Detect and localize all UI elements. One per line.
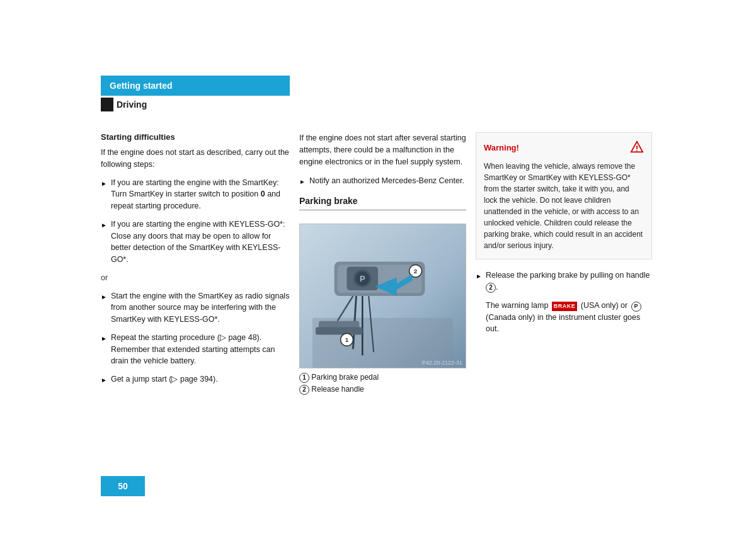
canada-badge: P xyxy=(631,302,641,312)
list-item-text: Get a jump start (▷ page 394). xyxy=(111,373,218,385)
warning-title: Warning! xyxy=(484,143,519,152)
arrow-icon: ► xyxy=(101,375,107,385)
arrow-icon: ► xyxy=(101,334,107,343)
left-column: Starting difficulties If the engine does… xyxy=(101,132,290,392)
svg-rect-15 xyxy=(316,327,362,335)
page-number: 50 xyxy=(118,481,128,491)
svg-text:1: 1 xyxy=(345,336,349,343)
caption-1-text: Parking brake pedal xyxy=(311,373,379,382)
image-captions: 1 Parking brake pedal 2 Release handle xyxy=(299,372,466,395)
circle-2: 2 xyxy=(299,385,309,395)
list-item-text: If you are starting the engine with KEYL… xyxy=(111,219,290,266)
header-bar: Getting started xyxy=(101,76,290,96)
parking-brake-title: Parking brake xyxy=(299,196,466,210)
arrow-icon: ► xyxy=(299,177,306,186)
svg-text:P42.20-2122-31: P42.20-2122-31 xyxy=(422,360,462,366)
caption-2-text: Release handle xyxy=(311,385,364,394)
instruction-1: ► Release the parking brake by pulling o… xyxy=(476,270,652,293)
right-bullet-list: ► Release the parking brake by pulling o… xyxy=(476,270,652,293)
parking-brake-image: P 2 1 P42.20-2122-31 xyxy=(299,224,466,368)
list-item: ► Notify an authorized Mercedes-Benz Cen… xyxy=(299,175,466,187)
circle-1: 1 xyxy=(299,373,309,383)
caption-2: 2 Release handle xyxy=(299,383,466,395)
right-instructions: ► Release the parking brake by pulling o… xyxy=(476,270,652,335)
list-item-text: Repeat the starting procedure (▷ page 48… xyxy=(111,332,290,367)
subsection-title: Starting difficulties xyxy=(101,132,290,142)
svg-text:2: 2 xyxy=(414,268,418,275)
intro-text: If the engine does not start as describe… xyxy=(101,147,290,171)
arrow-icon: ► xyxy=(476,271,482,281)
warning-text: When leaving the vehicle, always remove … xyxy=(484,161,644,251)
list-item: ► Repeat the starting procedure (▷ page … xyxy=(101,332,290,367)
svg-text:P: P xyxy=(360,274,365,283)
bullet-list-2: ► Start the engine with the SmartKey as … xyxy=(101,290,290,385)
page-container: Getting started Driving Starting difficu… xyxy=(0,0,756,534)
caption-1: 1 Parking brake pedal xyxy=(299,372,466,383)
middle-column: If the engine does not start after sever… xyxy=(299,132,466,215)
list-item-text: Start the engine with the SmartKey as ra… xyxy=(111,290,290,326)
right-column: Warning! When leaving the vehicle, alway… xyxy=(476,132,652,340)
page-number-box: 50 xyxy=(101,476,145,496)
warning-triangle-icon xyxy=(630,140,644,154)
list-item: ► If you are starting the engine with KE… xyxy=(101,219,290,266)
svg-point-22 xyxy=(636,151,638,152)
section-title: Driving xyxy=(117,99,147,110)
section-block-indicator xyxy=(101,98,113,111)
list-item: ► If you are starting the engine with th… xyxy=(101,177,290,212)
mid-bullet-list: ► Notify an authorized Mercedes-Benz Cen… xyxy=(299,175,466,187)
brake-badge: BRAKE xyxy=(552,302,578,312)
bullet-list-1: ► If you are starting the engine with th… xyxy=(101,177,290,266)
instruction-2: The warning lamp BRAKE (USA only) or P (… xyxy=(486,300,652,336)
list-item-text: If you are starting the engine with the … xyxy=(111,177,290,212)
warning-header: Warning! xyxy=(484,140,644,154)
arrow-icon: ► xyxy=(101,220,107,230)
or-text: or xyxy=(101,272,290,284)
instruction-1-text: Release the parking brake by pulling on … xyxy=(486,270,652,293)
parking-brake-illustration: P 2 1 P42.20-2122-31 xyxy=(300,224,466,368)
arrow-icon: ► xyxy=(101,179,107,188)
warning-box: Warning! When leaving the vehicle, alway… xyxy=(476,132,652,259)
header-title: Getting started xyxy=(110,81,173,91)
mid-intro: If the engine does not start after sever… xyxy=(299,132,466,168)
list-item: ► Get a jump start (▷ page 394). xyxy=(101,373,290,385)
list-item-text: Notify an authorized Mercedes-Benz Cente… xyxy=(309,175,464,187)
list-item: ► Start the engine with the SmartKey as … xyxy=(101,290,290,326)
circle-2-ref: 2 xyxy=(486,283,496,293)
arrow-icon: ► xyxy=(101,292,107,302)
